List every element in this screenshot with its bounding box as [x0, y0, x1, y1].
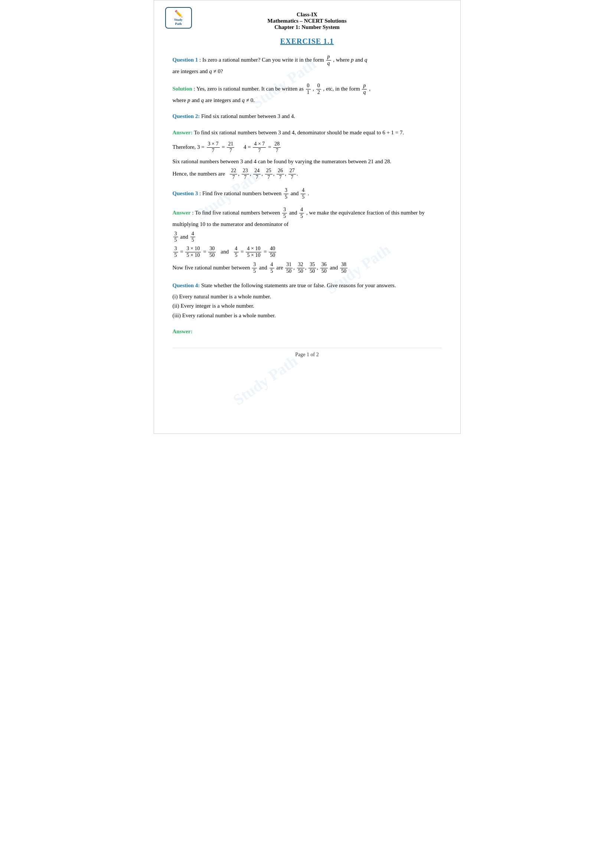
num-3-a3: 3 — [282, 207, 287, 213]
frac-3x7-7: 3 × 7 7 — [207, 141, 220, 154]
comma-1: , — [313, 86, 316, 91]
den-5b-l: 5 — [191, 237, 195, 243]
den-5b-q3: 5 — [301, 194, 305, 200]
num-31: 31 — [285, 262, 293, 268]
frac-35-50: 35 50 — [309, 262, 316, 274]
answer-3-block: Answer : To find five rational numbers b… — [173, 207, 442, 274]
num-36: 36 — [320, 262, 328, 268]
frac-27-7: 27 7 — [288, 168, 296, 181]
den-50e: 50 — [309, 268, 316, 274]
num-0b: 0 — [316, 83, 321, 90]
num-35: 35 — [309, 262, 316, 268]
footer-text: Page 1 of 2 — [295, 352, 318, 357]
a2-six-line: Six rational numbers between 3 and 4 can… — [173, 157, 442, 167]
q4-item-1: (i) Every natural number is a whole numb… — [173, 292, 442, 302]
solution-1-text: Solution : Yes, zero is rational number.… — [173, 83, 442, 96]
a2-body: To find six rational numbers between 3 a… — [194, 130, 404, 135]
den-5-a3: 5 — [282, 213, 287, 220]
page-header: Class-IX Mathematics – NCERT Solutions C… — [173, 11, 442, 30]
fraction-p-q: p q — [326, 54, 331, 67]
frac-p-q-sol: p q — [362, 83, 367, 96]
num-23: 23 — [242, 168, 249, 174]
question-3-block: Question 3 : Find five rational numbers … — [173, 188, 442, 200]
a3-fractions-line: 3 5 and 4 5 — [173, 231, 442, 244]
question-1-text: Question 1 : Is zero a rational number? … — [173, 54, 442, 67]
frac-21-7: 21 7 — [227, 141, 234, 154]
watermark-4: Study Path — [230, 352, 301, 409]
q3-and: and — [291, 191, 300, 196]
a3-text: Answer : To find five rational numbers b… — [173, 207, 442, 229]
q1-and: and — [355, 57, 364, 63]
num-22: 22 — [230, 168, 237, 174]
den-7i: 7 — [278, 174, 283, 181]
num-24: 24 — [253, 168, 260, 174]
q4-body: State whether the following statements a… — [201, 282, 396, 288]
class-title: Class-IX — [173, 11, 442, 18]
page: Study Path Study Path Study Path Study P… — [154, 0, 460, 434]
frac-24-7: 24 7 — [253, 168, 260, 181]
frac-38-50: 38 50 — [340, 262, 347, 274]
subject-title: Mathematics – NCERT Solutions — [173, 18, 442, 24]
den-7j: 7 — [290, 174, 295, 181]
num-3-l: 3 — [174, 231, 178, 237]
num-25: 25 — [265, 168, 273, 174]
num-28: 28 — [273, 141, 281, 148]
frac-23-7: 23 7 — [242, 168, 249, 181]
denominator-q: q — [326, 60, 331, 67]
and-sep: and — [180, 233, 189, 239]
den-2: 2 — [316, 90, 321, 96]
frac-4x7-7: 4 × 7 7 — [253, 141, 266, 154]
frac-4x10-5x10: 4 × 10 5 × 10 — [246, 246, 261, 259]
frac-4-5-n: 4 5 — [270, 262, 274, 274]
q1-q-var: q — [364, 57, 367, 63]
den-50a: 50 — [208, 252, 216, 259]
and-text: and — [330, 264, 339, 270]
q3-text: Question 3 : Find five rational numbers … — [173, 188, 442, 200]
logo-text: Study — [174, 18, 183, 22]
den-50d: 50 — [297, 268, 304, 274]
question-4-block: Question 4: State whether the following … — [173, 281, 442, 320]
s1-comma: , — [369, 86, 371, 91]
frac-40-50: 40 50 — [269, 246, 276, 259]
den-5-q3: 5 — [284, 194, 288, 200]
q2-text: Question 2: Find six rational number bet… — [173, 112, 442, 121]
den-7d: 7 — [275, 148, 279, 154]
q4-item-3: (iii) Every rational number is a whole n… — [173, 311, 442, 321]
a3-now-line: Now five rational number between 3 5 and… — [173, 262, 442, 274]
den-7b: 7 — [228, 148, 233, 154]
frac-3-5-c: 3 5 — [174, 246, 178, 259]
num-32: 32 — [297, 262, 304, 268]
frac-3-5-n: 3 5 — [252, 262, 257, 274]
frac-3-5-q3: 3 5 — [284, 188, 288, 200]
q2-label: Question 2: — [173, 113, 200, 119]
den-50f: 50 — [320, 268, 328, 274]
q1-where: , where — [333, 57, 351, 63]
s1-etc: , etc, in the form — [323, 86, 361, 91]
frac-0-2: 0 2 — [316, 83, 321, 96]
q1-p-var: p — [351, 57, 354, 63]
a4-text: Answer: — [173, 327, 442, 336]
q1-line2: are integers and q ≠ 0? — [173, 67, 442, 76]
num-27: 27 — [288, 168, 296, 174]
den-1: 1 — [306, 90, 311, 96]
num-3-q3: 3 — [284, 188, 288, 194]
q4-label: Question 4: — [173, 282, 200, 288]
answer-2-block: Answer: To find six rational numbers bet… — [173, 128, 442, 181]
logo-text-2: Path — [175, 22, 182, 26]
s1-line2: where p and q are integers and q ≠ 0. — [173, 96, 442, 105]
den-7g: 7 — [255, 174, 259, 181]
den-50b: 50 — [269, 252, 276, 259]
num-4-a3: 4 — [299, 207, 304, 213]
question-2-block: Question 2: Find six rational number bet… — [173, 112, 442, 121]
num-30: 30 — [208, 246, 216, 252]
frac-28-7: 28 7 — [273, 141, 281, 154]
solution-1-block: Solution : Yes, zero is rational number.… — [173, 83, 442, 105]
frac-3-5-line: 3 5 — [174, 231, 178, 244]
num-4x7: 4 × 7 — [253, 141, 266, 148]
frac-25-7: 25 7 — [265, 168, 273, 181]
num-40: 40 — [269, 246, 276, 252]
q3-label: Question 3 — [173, 191, 198, 196]
logo: ✏️ Study Path — [165, 7, 193, 29]
den-5-l: 5 — [174, 237, 178, 243]
frac-4-5-q3: 4 5 — [301, 188, 305, 200]
